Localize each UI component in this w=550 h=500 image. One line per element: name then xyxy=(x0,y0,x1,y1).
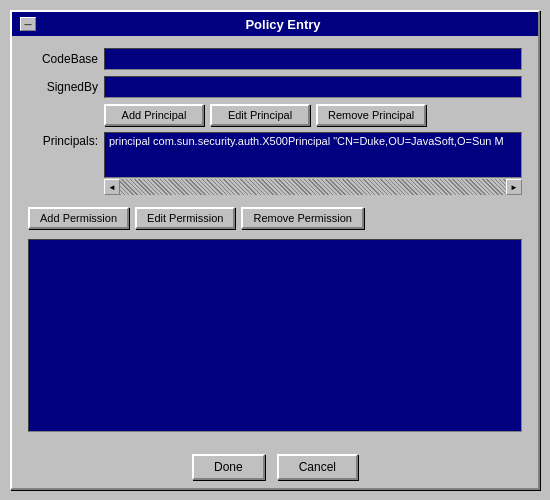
codebase-input[interactable] xyxy=(104,48,522,70)
remove-permission-button[interactable]: Remove Permission xyxy=(241,207,363,229)
permissions-list[interactable] xyxy=(28,239,522,432)
scroll-track[interactable] xyxy=(120,179,506,195)
bottom-buttons-row: Done Cancel xyxy=(12,444,538,488)
add-principal-button[interactable]: Add Principal xyxy=(104,104,204,126)
signedby-input[interactable] xyxy=(104,76,522,98)
permission-buttons-row: Add Permission Edit Permission Remove Pe… xyxy=(28,207,522,229)
title-bar: ─ Policy Entry xyxy=(12,12,538,36)
edit-permission-button[interactable]: Edit Permission xyxy=(135,207,235,229)
principals-label: Principals: xyxy=(28,132,98,148)
scroll-right-button[interactable]: ► xyxy=(506,179,522,195)
principals-section: Principals: principal com.sun.security.a… xyxy=(28,132,522,195)
minimize-button[interactable]: ─ xyxy=(20,17,36,31)
signedby-label: SignedBy xyxy=(28,80,98,94)
add-permission-button[interactable]: Add Permission xyxy=(28,207,129,229)
list-item: principal com.sun.security.auth.X500Prin… xyxy=(105,133,521,149)
principal-buttons-row: Add Principal Edit Principal Remove Prin… xyxy=(104,104,522,126)
signedby-row: SignedBy xyxy=(28,76,522,98)
remove-principal-button[interactable]: Remove Principal xyxy=(316,104,426,126)
policy-entry-window: ─ Policy Entry CodeBase SignedBy Add Pri… xyxy=(10,10,540,490)
edit-principal-button[interactable]: Edit Principal xyxy=(210,104,310,126)
main-content: CodeBase SignedBy Add Principal Edit Pri… xyxy=(12,36,538,444)
cancel-button[interactable]: Cancel xyxy=(277,454,358,480)
principals-list-container: principal com.sun.security.auth.X500Prin… xyxy=(104,132,522,195)
scroll-left-button[interactable]: ◄ xyxy=(104,179,120,195)
window-title: Policy Entry xyxy=(36,17,530,32)
principals-list[interactable]: principal com.sun.security.auth.X500Prin… xyxy=(104,132,522,178)
done-button[interactable]: Done xyxy=(192,454,265,480)
codebase-label: CodeBase xyxy=(28,52,98,66)
codebase-row: CodeBase xyxy=(28,48,522,70)
horizontal-scrollbar: ◄ ► xyxy=(104,179,522,195)
